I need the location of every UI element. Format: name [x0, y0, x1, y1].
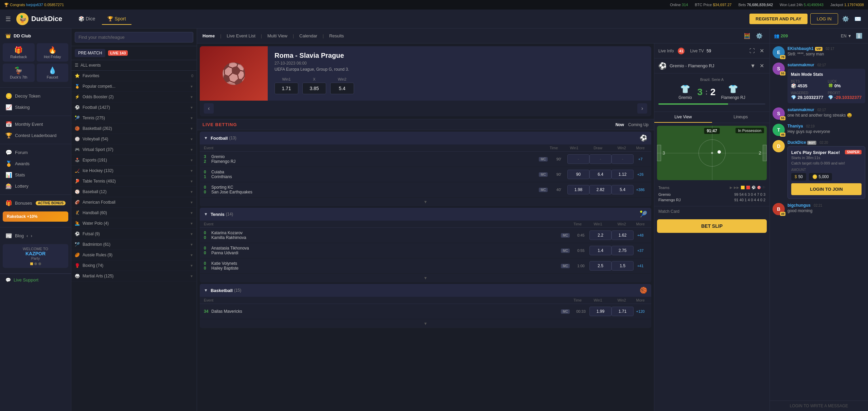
win2-btn[interactable]: 2.75 [612, 246, 634, 255]
win2-btn[interactable]: 5.4 [612, 185, 634, 194]
win2-btn[interactable]: 1.5 [612, 261, 634, 271]
sidebar-item-decoy-token[interactable]: 🪙 Decoy Token [0, 90, 71, 102]
nav-sport[interactable]: 🏆Sport [102, 13, 131, 25]
sport-cat-basketball[interactable]: 🏀 Basketball (262) ▼ [71, 123, 197, 134]
event-row[interactable]: 0 Sporting KC 0 San Jose Earthquakes MC … [200, 182, 651, 198]
sport-section-header[interactable]: ▼ Football (13) ⚽ [200, 132, 651, 144]
win1-btn[interactable]: 2.2 [589, 230, 612, 240]
tab-now[interactable]: Now [616, 122, 624, 127]
sidebar-item-stats[interactable]: 📊 Stats [0, 169, 71, 181]
prev-match-button[interactable]: ‹ [204, 103, 214, 114]
sport-cat-aussie-rules[interactable]: 🏉 Aussie Rules (9) ▼ [71, 250, 197, 260]
settings-icon-button[interactable]: ⚙️ [841, 14, 850, 23]
nav-multi-view[interactable]: Multi View [267, 33, 287, 38]
register-button[interactable]: REGISTER AND PLAY [749, 14, 808, 24]
sport-cat-football[interactable]: ⚽ Football (1427) ▼ [71, 102, 197, 113]
sidebar-item-forum[interactable]: 💬 Forum [0, 147, 71, 158]
win1-btn[interactable]: 1.99 [589, 307, 612, 316]
more-btn[interactable]: +41 [634, 264, 647, 268]
sport-cat-esports[interactable]: 🕹️ Esports (191) ▼ [71, 155, 197, 166]
login-button[interactable]: LOG IN [810, 13, 838, 24]
sidebar-item-rakeback[interactable]: 🎁 Rakeback [3, 43, 35, 62]
sport-section-header[interactable]: ▼ Tennis (14) 🎾 [200, 208, 651, 221]
dropdown-match-button[interactable]: ▼ [749, 61, 757, 70]
sport-cat-water-polo[interactable]: 🤽 Water Polo (4) ▼ [71, 218, 197, 229]
sport-cat-table-tennis[interactable]: 🏓 Table Tennis (492) ▼ [71, 176, 197, 187]
sport-cat-futsal[interactable]: ⚽ Futsal (9) ▼ [71, 229, 197, 239]
blog-prev-button[interactable]: ‹ [26, 233, 28, 238]
rakeback-banner[interactable]: Rakeback +10% [3, 211, 68, 222]
draw-btn[interactable]: 6.4 [589, 170, 612, 179]
tab-lineups[interactable]: Lineups [712, 112, 770, 123]
sidebar-item-hot-friday[interactable]: 🔥 Hot Friday [37, 43, 69, 62]
nav-home[interactable]: Home [202, 33, 215, 38]
win1-btn[interactable]: - [567, 154, 589, 164]
sidebar-item-monthly-event[interactable]: 📅 Monthly Event [0, 119, 71, 130]
more-btn[interactable]: +120 [634, 309, 647, 313]
more-btn[interactable]: +386 [634, 188, 647, 192]
event-row[interactable]: 0 Katarina Kozarov 0 Kamilla Rakhimova M… [200, 228, 651, 243]
chat-info-button[interactable]: ℹ️ [854, 31, 864, 40]
event-row[interactable]: 0 Katie Volynets 0 Hailey Baptiste MC 1:… [200, 258, 651, 274]
draw-btn[interactable]: - [589, 154, 612, 164]
tab-coming-up[interactable]: Coming Up [628, 122, 649, 127]
fullscreen-button[interactable]: ⛶ [748, 46, 756, 55]
event-row[interactable]: 3 Gremio 2 Flamengo RJ MC 90' - - - +7 [200, 152, 651, 167]
draw-odd-button[interactable]: 3.85 [302, 83, 326, 94]
close-live-button[interactable]: ✕ [758, 61, 765, 70]
tab-prematch[interactable]: PRE-MATCH [75, 49, 105, 57]
message-icon-button[interactable]: ✉️ [853, 14, 863, 23]
sport-cat-baseball[interactable]: ⚾ Baseball (12) ▼ [71, 187, 197, 197]
all-events-item[interactable]: ☰ ALL events [71, 60, 197, 71]
hamburger-button[interactable]: ☰ [5, 15, 11, 23]
expand-row[interactable]: ▼ [200, 274, 651, 282]
sport-cat-badminton[interactable]: 🏸 Badminton (61) ▼ [71, 239, 197, 250]
win1-btn[interactable]: 1.98 [567, 185, 589, 194]
event-row[interactable]: 34 Dallas Mavericks MC 00:33 1.99 1.71 +… [200, 304, 651, 319]
login-join-button[interactable]: LOGIN TO JOIN [791, 183, 862, 195]
close-match-button[interactable]: ✕ [758, 46, 765, 55]
win1-btn[interactable]: 90 [567, 170, 589, 179]
sport-section-header[interactable]: ▼ Basketball (15) 🏀 [200, 284, 651, 297]
sport-cat-volleyball[interactable]: 🏐 Volleyball (54) ▼ [71, 134, 197, 144]
sidebar-item-contest-leaderboard[interactable]: 🏆 Contest Leaderboard [0, 130, 71, 141]
more-btn[interactable]: +37 [634, 249, 647, 253]
expand-row[interactable]: ▼ [200, 198, 651, 206]
sidebar-item-bonuses[interactable]: 🎁 Bonuses ACTIVE BONUS [0, 198, 71, 209]
bet-slip-button[interactable]: BET SLIP [657, 219, 767, 233]
nav-calendar[interactable]: Calendar [299, 33, 317, 38]
win2-btn[interactable]: - [612, 154, 634, 164]
tab-live-view[interactable]: Live View [654, 112, 712, 123]
settings-icon-button[interactable]: ⚙️ [755, 31, 764, 40]
win1-odd-button[interactable]: 1.71 [274, 83, 298, 94]
more-btn[interactable]: +48 [634, 233, 647, 237]
draw-btn[interactable]: 2.82 [589, 185, 612, 194]
event-row[interactable]: 0 Anastasia Tikhonova 0 Panna Udvardi MC… [200, 243, 651, 258]
win2-btn[interactable]: 1.71 [612, 307, 634, 316]
win2-odd-button[interactable]: 5.4 [330, 83, 354, 94]
more-btn[interactable]: +7 [634, 157, 647, 161]
sidebar-item-staking[interactable]: 📈 Staking [0, 102, 71, 113]
sport-cat-virtual-sport[interactable]: 🎮 Virtual Sport (37) ▼ [71, 144, 197, 155]
sidebar-item-ducks-7th[interactable]: 🦆 Duck's 7th [3, 64, 35, 82]
favorites-item[interactable]: ⭐ Favorites 0 [71, 71, 197, 81]
more-btn[interactable]: +26 [634, 172, 647, 176]
sport-cat-american-football[interactable]: 🏈 American Football ▼ [71, 197, 197, 208]
blog-next-button[interactable]: › [31, 233, 32, 238]
nav-live-event-list[interactable]: Live Event List [227, 33, 255, 38]
next-match-button[interactable]: › [637, 103, 647, 114]
odds-booster-item[interactable]: ⚡ Odds Booster (2) ▼ [71, 92, 197, 102]
popular-competitions-item[interactable]: 🏅 Popular competi... ▼ [71, 81, 197, 92]
expand-row[interactable]: ▼ [200, 319, 651, 328]
sidebar-item-blog[interactable]: 📰 Blog ‹ › [0, 230, 71, 241]
sidebar-item-faucet[interactable]: 💧 Faucet [37, 64, 69, 82]
nav-dice[interactable]: 🎲Dice [73, 13, 101, 25]
win2-btn[interactable]: 1.12 [612, 170, 634, 179]
sport-cat-tennis[interactable]: 🎾 Tennis (275) ▼ [71, 113, 197, 123]
search-input[interactable] [75, 32, 193, 42]
sidebar-item-lottery[interactable]: 🎰 Lottery [0, 181, 71, 192]
sport-cat-boxing[interactable]: 🥊 Boxing (74) ▼ [71, 260, 197, 271]
win1-btn[interactable]: 2.5 [589, 261, 612, 271]
sport-cat-handball[interactable]: 🤾 Handball (60) ▼ [71, 208, 197, 218]
login-to-write-label[interactable]: LOGIN TO WRITE A MESSAGE [774, 404, 864, 408]
